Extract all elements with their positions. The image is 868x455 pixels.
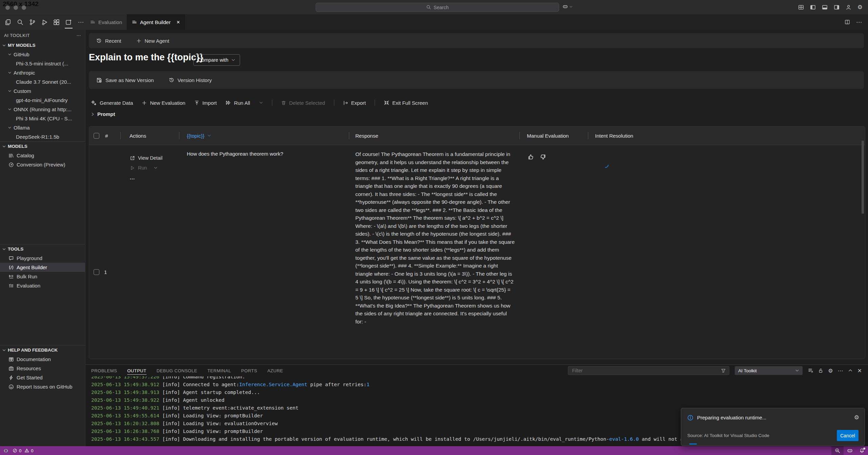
notification-gear-icon[interactable]: ⚙ xyxy=(854,414,859,421)
clear-output-icon[interactable] xyxy=(808,368,813,373)
toggle-sidebar-left-icon[interactable] xyxy=(810,4,816,10)
copilot-status-icon[interactable] xyxy=(844,446,856,455)
cancel-button[interactable]: Cancel xyxy=(837,430,859,441)
tab-evaluation[interactable]: Evaluation xyxy=(85,14,127,30)
account-icon[interactable] xyxy=(846,4,851,10)
export-button[interactable]: Export xyxy=(343,100,366,106)
sidebar-item-catalog[interactable]: Catalog xyxy=(0,151,85,160)
lock-icon[interactable] xyxy=(818,368,823,373)
remote-indicator-icon[interactable] xyxy=(3,448,8,453)
sidebar-item-report-issues[interactable]: Report Issues on GitHub xyxy=(0,382,85,391)
model-item[interactable]: Phi 3 Mini 4K (CPU - S... xyxy=(0,114,85,123)
output-filter[interactable] xyxy=(568,366,729,375)
title-bar: 868 x 455 Search ⚙ xyxy=(0,0,868,14)
command-center-search[interactable]: Search xyxy=(316,3,559,12)
compare-with-button[interactable]: Compare with xyxy=(193,54,240,66)
group-github[interactable]: GitHub xyxy=(0,50,85,59)
run-all-dropdown-icon[interactable] xyxy=(259,101,263,105)
generate-data-button[interactable]: Generate Data xyxy=(91,100,133,106)
split-editor-icon[interactable] xyxy=(845,19,850,25)
group-custom[interactable]: Custom xyxy=(0,86,85,96)
search-sidebar-icon[interactable] xyxy=(16,15,25,29)
output-channel-select[interactable]: AI Toolkit xyxy=(735,366,803,375)
editor-more-icon[interactable]: ⋯ xyxy=(856,19,862,26)
run-debug-icon[interactable] xyxy=(40,15,49,29)
close-panel-icon[interactable]: ✕ xyxy=(857,368,862,374)
zoom-indicator[interactable] xyxy=(831,446,844,455)
thumbs-down-icon[interactable] xyxy=(539,154,546,160)
table-scrollbar-thumb[interactable] xyxy=(862,141,864,214)
toggle-panel-icon[interactable] xyxy=(822,4,828,10)
settings-gear-icon[interactable]: ⚙ xyxy=(857,4,863,11)
sidebar-item-conversion[interactable]: Conversion (Preview) xyxy=(0,160,85,169)
import-button[interactable]: Import xyxy=(194,100,217,106)
maximize-panel-icon[interactable] xyxy=(848,368,853,373)
new-evaluation-button[interactable]: New Evaluation xyxy=(142,100,185,106)
panel-tab-azure[interactable]: AZURE xyxy=(267,365,283,376)
model-item[interactable]: Phi-3.5-mini instruct (... xyxy=(0,59,85,68)
explorer-icon[interactable] xyxy=(3,15,13,29)
extensions-icon[interactable] xyxy=(52,15,61,29)
model-item[interactable]: DeepSeek-R1:1.5b xyxy=(0,132,85,141)
section-my-models[interactable]: MY MODELS xyxy=(0,41,85,50)
delete-selected-button[interactable]: Delete Selected xyxy=(281,100,325,106)
view-detail-button[interactable]: View Detail xyxy=(130,155,179,161)
group-ollama[interactable]: Ollama xyxy=(0,123,85,132)
model-item[interactable]: gpt-4o-mini_AIFoundry xyxy=(0,96,85,105)
sidebar-item-documentation[interactable]: Documentation xyxy=(0,355,85,364)
run-row-button[interactable]: Run xyxy=(130,165,179,171)
model-item[interactable]: Claude 3.7 Sonnet (20... xyxy=(0,77,85,86)
recent-button[interactable]: Recent xyxy=(96,38,121,44)
header-num: # xyxy=(89,126,120,145)
tab-agent-builder[interactable]: Agent Builder ✕ xyxy=(127,14,185,30)
sidebar-item-bulk-run[interactable]: Bulk Run xyxy=(0,272,85,281)
copilot-menu[interactable] xyxy=(563,4,573,9)
gear-icon[interactable]: ⚙ xyxy=(828,368,833,374)
panel-more-icon[interactable]: ⋯ xyxy=(838,368,843,374)
exit-full-screen-button[interactable]: Exit Full Screen xyxy=(384,100,428,106)
tab-close-icon[interactable]: ✕ xyxy=(176,20,180,25)
select-all-checkbox[interactable] xyxy=(94,133,99,139)
prompt-section-toggle[interactable]: Prompt xyxy=(90,111,115,117)
panel-tab-problems[interactable]: PROBLEMS xyxy=(91,365,117,376)
group-onnx[interactable]: ONNX (Running at http:... xyxy=(0,105,85,114)
section-help[interactable]: HELP AND FEEDBACK xyxy=(0,345,85,355)
sidebar-item-get-started[interactable]: Get Started xyxy=(0,373,85,382)
sidebar-item-playground[interactable]: Playground xyxy=(0,254,85,263)
panel-tab-debug-console[interactable]: DEBUG CONSOLE xyxy=(157,365,197,376)
row-checkbox[interactable] xyxy=(94,269,99,275)
sidebar-item-resources[interactable]: Resources xyxy=(0,364,85,373)
panel-tab-output[interactable]: OUTPUT xyxy=(127,365,146,376)
sidebar-item-agent-builder[interactable]: Agent Builder xyxy=(0,263,85,272)
save-as-new-version-button[interactable]: Save as New Version xyxy=(96,77,154,83)
ai-toolkit-icon[interactable] xyxy=(64,15,74,29)
window-minimize-button[interactable] xyxy=(14,5,18,10)
sidebar-more-icon[interactable]: ⋯ xyxy=(77,33,81,38)
chevron-down-icon[interactable] xyxy=(154,166,158,170)
source-control-icon[interactable] xyxy=(27,15,37,29)
window-maximize-button[interactable] xyxy=(22,5,26,10)
section-tools[interactable]: TOOLS xyxy=(0,244,85,254)
toggle-sidebar-right-icon[interactable] xyxy=(834,4,840,10)
new-agent-button[interactable]: New Agent xyxy=(136,38,170,44)
editor-layout-icon[interactable] xyxy=(798,4,804,10)
thumbs-up-icon[interactable] xyxy=(528,154,534,160)
window-close-button[interactable] xyxy=(5,5,10,10)
run-all-button[interactable]: Run All xyxy=(225,100,250,106)
problems-indicator[interactable]: 0 0 xyxy=(13,448,33,453)
sidebar-item-evaluation[interactable]: Evaluation xyxy=(0,281,85,290)
filter-input[interactable] xyxy=(571,368,721,374)
activity-bar: ⋯ xyxy=(0,14,85,30)
group-anthropic[interactable]: Anthropic xyxy=(0,68,85,77)
copilot-icon xyxy=(563,4,568,9)
cell-topic: How does the Pythagorean theorem work? xyxy=(179,145,349,359)
row-more-button[interactable]: ... xyxy=(130,175,179,180)
section-models[interactable]: MODELS xyxy=(0,141,85,151)
panel-tab-terminal[interactable]: TERMINAL xyxy=(208,365,231,376)
version-history-button[interactable]: Version History xyxy=(169,77,212,83)
activity-more-icon[interactable]: ⋯ xyxy=(76,15,85,29)
activity-tab-band: ⋯ Evaluation Agent Builder ✕ ⋯ xyxy=(0,14,868,30)
notifications-bell-icon[interactable] xyxy=(856,446,868,455)
panel-tab-ports[interactable]: PORTS xyxy=(241,365,257,376)
header-topic[interactable]: {{topic}} xyxy=(179,126,349,145)
